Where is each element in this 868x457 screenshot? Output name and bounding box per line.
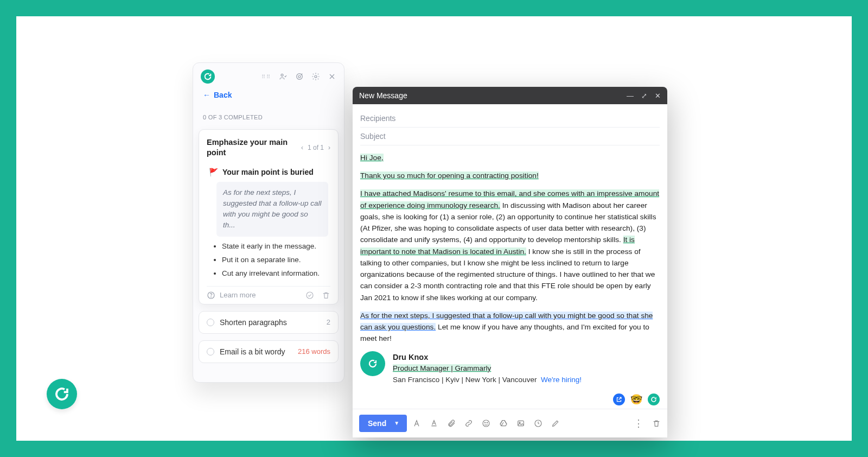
svg-point-5 [211,297,212,297]
card-title: Emphasize your main point [207,137,293,158]
text-color-icon[interactable] [430,419,438,428]
format-icon[interactable] [412,419,421,428]
send-button[interactable]: Send ▼ [359,415,407,432]
thanks-text: Thank you so much for opening a contract… [360,172,539,180]
tip-item: Cut any irrelevant information. [222,269,328,277]
recipients-field[interactable]: Recipients [360,110,660,128]
person-check-icon[interactable] [279,72,288,81]
tip-item: State it early in the message. [222,242,328,250]
emoji-badge-icon[interactable]: 🤓 [630,393,642,405]
svg-point-6 [307,292,313,299]
compose-body[interactable]: Hi Joe, Thank you so much for opening a … [353,145,667,393]
image-icon[interactable] [516,419,525,428]
subject-field[interactable]: Subject [360,128,660,145]
expand-icon[interactable]: ⤢ [641,92,647,100]
flag-icon: 🚩 [209,168,218,176]
row-badge: 216 words [298,347,330,356]
back-button[interactable]: ← Back [203,91,232,99]
hiring-link[interactable]: We're hiring! [541,376,582,384]
attach-icon[interactable] [447,419,456,428]
tip-item: Put it on a separate line. [222,256,328,264]
svg-point-9 [484,422,485,423]
svg-rect-7 [431,426,436,426]
row-label: Email is a bit wordy [220,347,285,356]
grammarly-avatar-icon [360,351,385,376]
svg-point-3 [315,75,317,78]
svg-point-10 [487,422,487,423]
suggestion-row[interactable]: Email is a bit wordy 216 words [199,340,339,363]
drag-handle-icon[interactable]: ⠿⠿ [261,74,271,80]
pager-text: 1 of 1 [308,144,324,151]
signature-name: Dru Knox [393,351,582,363]
back-label: Back [214,91,232,99]
send-label: Send [368,419,386,428]
confidential-icon[interactable] [534,419,542,428]
target-icon[interactable] [295,72,304,81]
arrow-left-icon: ← [203,91,210,99]
signature-block: Dru Knox Product Manager | Grammarly San… [360,351,660,386]
suggestion-card: Emphasize your main point ‹ 1 of 1 › 🚩 Y… [199,129,339,304]
brand-badge-icon [47,379,77,409]
grammarly-panel: ⠿⠿ ← Back 0 OF 3 COMPLETED Emphasize you… [193,62,344,383]
signature-locations: San Francisco | Kyiv | New York | Vancou… [393,376,537,384]
help-icon [207,291,215,300]
row-badge: 2 [327,318,330,326]
pager-prev-icon[interactable]: ‹ [301,144,303,151]
signature-role: Product Manager | Grammarly [393,364,491,372]
progress-text: 0 OF 3 COMPLETED [193,105,344,126]
greeting-text: Hi Joe, [360,154,384,162]
pen-icon[interactable] [551,419,560,428]
trash-icon[interactable] [322,291,330,300]
grammarly-badge-icon[interactable] [648,393,660,405]
svg-rect-11 [518,421,524,426]
send-dropdown-icon[interactable]: ▼ [394,420,399,426]
status-circle-icon [207,319,214,326]
discard-icon[interactable] [652,419,661,428]
emoji-icon[interactable] [482,419,490,428]
status-circle-icon [207,348,214,356]
minimize-icon[interactable]: — [627,92,634,100]
svg-point-0 [281,74,283,76]
open-external-icon[interactable] [613,393,625,405]
row-label: Shorten paragraphs [220,318,287,327]
compose-title: New Message [359,91,407,100]
close-icon[interactable] [328,72,336,81]
svg-point-8 [483,420,489,427]
link-icon[interactable] [464,419,473,428]
learn-more-link[interactable]: Learn more [207,291,256,300]
svg-point-2 [298,75,301,78]
pager-next-icon[interactable]: › [328,144,330,151]
card-subtitle: Your main point is buried [222,168,314,176]
suggestion-row[interactable]: Shorten paragraphs 2 [199,311,339,334]
gear-icon[interactable] [311,72,320,81]
check-circle-icon[interactable] [305,291,314,300]
card-quote: As for the next steps, I suggested that … [216,182,328,237]
grammarly-logo-icon [201,69,215,84]
compose-window: New Message — ⤢ ✕ Recipients Subject Hi … [353,87,667,437]
drive-icon[interactable] [499,419,508,428]
close-icon[interactable]: ✕ [655,92,661,100]
learn-more-label: Learn more [220,291,256,299]
